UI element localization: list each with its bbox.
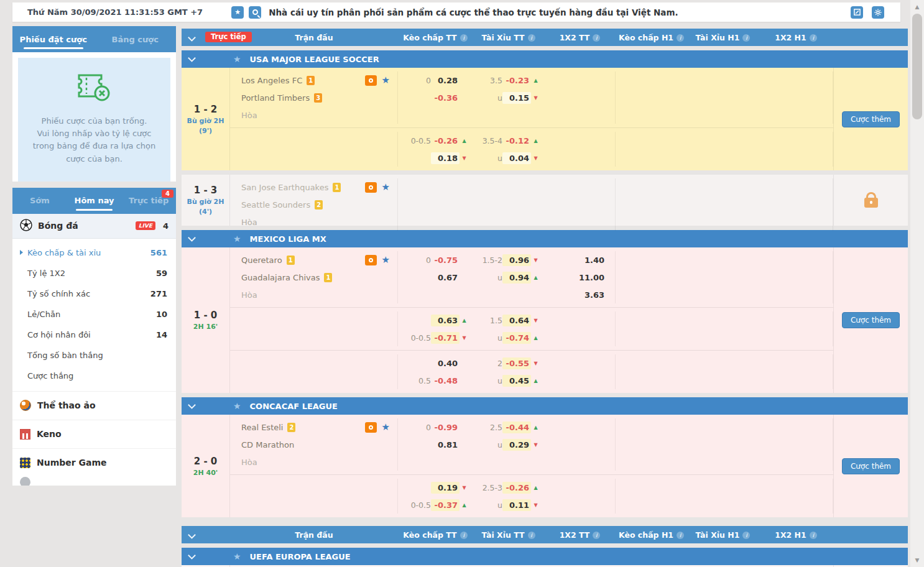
odds-value[interactable]: 0.11 xyxy=(502,499,531,511)
odds-value[interactable]: 1.40 xyxy=(578,254,606,266)
sidebar-item-1x2[interactable]: Tỷ lệ 1X2 59 xyxy=(12,263,176,284)
scrollbar-thumb[interactable] xyxy=(912,14,922,119)
info-icon[interactable]: i xyxy=(593,532,600,539)
odds-value[interactable]: 0.28 xyxy=(431,75,460,86)
match-row-locked: 1 - 3 Bù giờ 2H (4') San Jose Earthquake… xyxy=(182,175,908,226)
odds-value[interactable]: -0.71 xyxy=(431,332,460,344)
sidebar-item-double-chance[interactable]: Cơ hội nhân đôi 14 xyxy=(12,325,176,345)
odds-value[interactable]: 11.00 xyxy=(577,272,606,284)
collapse-league-icon[interactable] xyxy=(188,551,196,560)
odds-value[interactable]: -0.55 xyxy=(502,357,531,369)
tab-bet-slip[interactable]: Phiếu đặt cược xyxy=(12,26,95,52)
odds-value[interactable]: 0.19 xyxy=(431,482,460,494)
odds-value[interactable]: -0.12 xyxy=(502,135,531,147)
odds-value[interactable]: 0.29 xyxy=(502,439,531,451)
odds-value[interactable]: -0.23 xyxy=(502,75,531,86)
info-icon[interactable]: i xyxy=(742,34,750,42)
sidebar-item-partial[interactable] xyxy=(12,477,176,486)
sidebar-item-football[interactable]: Bóng đá LIVE 4 xyxy=(12,214,176,239)
info-icon[interactable]: i xyxy=(528,532,535,539)
gear-icon[interactable] xyxy=(872,6,884,19)
odds-value[interactable]: -0.26 xyxy=(502,482,531,494)
sidebar-item-keno[interactable]: Keno xyxy=(12,420,176,448)
sidebar-item-number-game[interactable]: Number Game xyxy=(12,448,176,477)
info-icon[interactable]: i xyxy=(528,34,535,42)
scroll-up-icon[interactable]: ▲ xyxy=(910,1,924,12)
odds-value[interactable]: 0.94 xyxy=(502,272,531,284)
favorite-star-icon[interactable]: ★ xyxy=(231,6,244,19)
info-icon[interactable]: i xyxy=(460,34,468,42)
collapse-all-icon[interactable] xyxy=(188,34,196,42)
more-bets-button[interactable]: Cược thêm xyxy=(842,111,900,127)
odds-value[interactable]: -0.48 xyxy=(431,375,460,387)
ou-ft-cell: 1.50.64▼ u-0.74▲ xyxy=(473,311,544,346)
odds-value[interactable]: -0.74 xyxy=(502,332,531,344)
live-filter-badge[interactable]: Trực tiếp xyxy=(205,32,252,42)
odds-value[interactable]: -0.44 xyxy=(502,422,531,433)
info-icon[interactable]: i xyxy=(810,34,817,42)
sidebar-item-outright[interactable]: Cược thắng xyxy=(12,366,176,386)
vertical-scrollbar[interactable]: ▲ ▼ xyxy=(910,0,924,567)
odds-value[interactable]: 0.96 xyxy=(502,254,531,266)
odds-value[interactable]: 0.45 xyxy=(502,375,531,387)
sidebar-item-total-goals[interactable]: Tổng số bàn thắng xyxy=(12,345,176,366)
odds-value[interactable]: -0.36 xyxy=(431,92,460,104)
info-icon[interactable]: i xyxy=(677,34,684,42)
league-star-icon[interactable]: ★ xyxy=(233,401,241,411)
tab-early[interactable]: Sớm xyxy=(12,188,67,214)
league-star-icon[interactable]: ★ xyxy=(233,551,241,561)
collapse-league-icon[interactable] xyxy=(188,401,196,409)
league-header-uefa[interactable]: ★ UEFA EUROPA LEAGUE xyxy=(182,548,908,565)
tab-bet-board[interactable]: Bảng cược xyxy=(95,26,177,52)
more-bets-button[interactable]: Cược thêm xyxy=(842,312,900,328)
away-team: Portland Timbers xyxy=(241,93,310,103)
favorite-star-icon[interactable]: ★ xyxy=(382,75,390,86)
odds-value[interactable]: -0.26 xyxy=(431,135,460,147)
live-stream-icon[interactable] xyxy=(365,255,377,265)
live-stream-icon[interactable] xyxy=(365,182,377,193)
favorite-star-icon[interactable]: ★ xyxy=(382,422,390,433)
league-star-icon[interactable]: ★ xyxy=(233,54,241,64)
announcement-marquee: Nhà cái uy tín phân phối sản phẩm cá cượ… xyxy=(269,7,846,17)
odds-value[interactable]: -0.37 xyxy=(431,499,460,511)
league-star-icon[interactable]: ★ xyxy=(233,234,241,244)
live-stream-icon[interactable] xyxy=(365,75,377,86)
favorite-star-icon[interactable]: ★ xyxy=(382,254,390,265)
collapse-all-icon[interactable] xyxy=(188,531,196,539)
ou-ft-cell: 2-0.55▼ u0.45▲ xyxy=(473,354,544,389)
odds-value[interactable]: 0.81 xyxy=(431,439,460,451)
odds-value[interactable]: 0.18 xyxy=(431,152,460,164)
collapse-league-icon[interactable] xyxy=(188,54,196,62)
odds-value[interactable]: 0.67 xyxy=(431,272,460,284)
sidebar-item-odd-even[interactable]: Lẻ/Chẵn 10 xyxy=(12,304,176,325)
odds-value[interactable]: 3.63 xyxy=(578,289,606,301)
odds-value[interactable]: 0.63 xyxy=(431,315,460,326)
col-handicap-ft: Kèo chấp TTi xyxy=(398,530,473,540)
odds-value[interactable]: -0.99 xyxy=(431,422,460,433)
scroll-down-icon[interactable]: ▼ xyxy=(910,555,924,566)
search-icon[interactable] xyxy=(249,6,261,19)
trend-up-icon: ▲ xyxy=(531,335,540,341)
sidebar-item-handicap-ou[interactable]: Kèo chấp & tài xỉu 561 xyxy=(12,242,176,263)
info-icon[interactable]: i xyxy=(742,532,750,539)
odds-value[interactable]: 0.64 xyxy=(502,315,531,326)
info-icon[interactable]: i xyxy=(810,532,817,539)
odds-value[interactable]: 0.04 xyxy=(502,152,531,164)
more-bets-button[interactable]: Cược thêm xyxy=(842,458,900,474)
odds-value[interactable]: 0.15 xyxy=(502,92,531,104)
tab-today[interactable]: Hôm nay xyxy=(67,188,122,214)
sidebar-item-virtual-sports[interactable]: Thể thao ảo xyxy=(12,391,176,420)
league-header-concacaf[interactable]: ★ CONCACAF LEAGUE xyxy=(182,397,908,415)
edit-note-icon[interactable] xyxy=(851,6,863,19)
info-icon[interactable]: i xyxy=(593,34,600,42)
odds-value[interactable]: 0.40 xyxy=(431,357,460,369)
1x2-ft-cell: 1.40 11.00 3.63 xyxy=(544,251,616,303)
collapse-league-icon[interactable] xyxy=(188,234,196,242)
sidebar-item-correct-score[interactable]: Tỷ số chính xác 271 xyxy=(12,284,176,304)
info-icon[interactable]: i xyxy=(460,532,468,539)
odds-value[interactable]: -0.75 xyxy=(431,254,460,266)
live-stream-icon[interactable] xyxy=(365,422,377,433)
info-icon[interactable]: i xyxy=(677,532,684,539)
league-header-mls[interactable]: ★ USA MAJOR LEAGUE SOCCER xyxy=(182,50,908,68)
favorite-star-icon[interactable]: ★ xyxy=(382,182,390,193)
